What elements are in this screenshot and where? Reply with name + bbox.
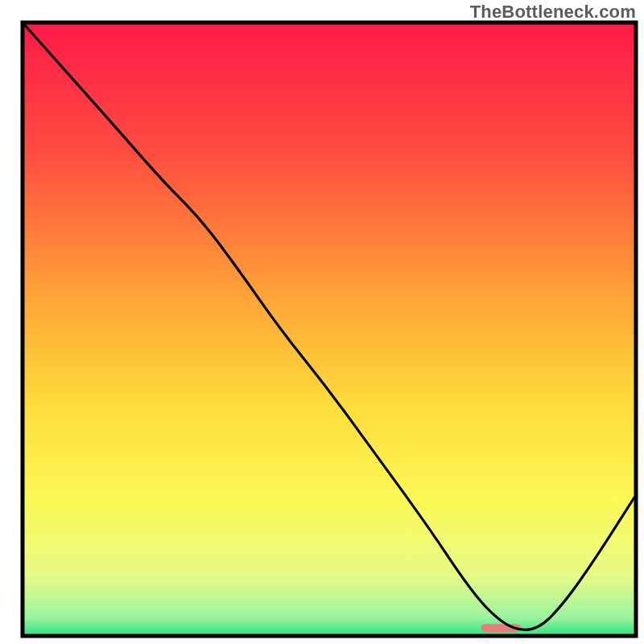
bottleneck-chart: TheBottleneck.com	[0, 0, 644, 644]
watermark-label: TheBottleneck.com	[470, 2, 636, 23]
chart-canvas	[0, 0, 644, 644]
plot-background	[23, 23, 636, 636]
plot-area	[23, 23, 636, 636]
